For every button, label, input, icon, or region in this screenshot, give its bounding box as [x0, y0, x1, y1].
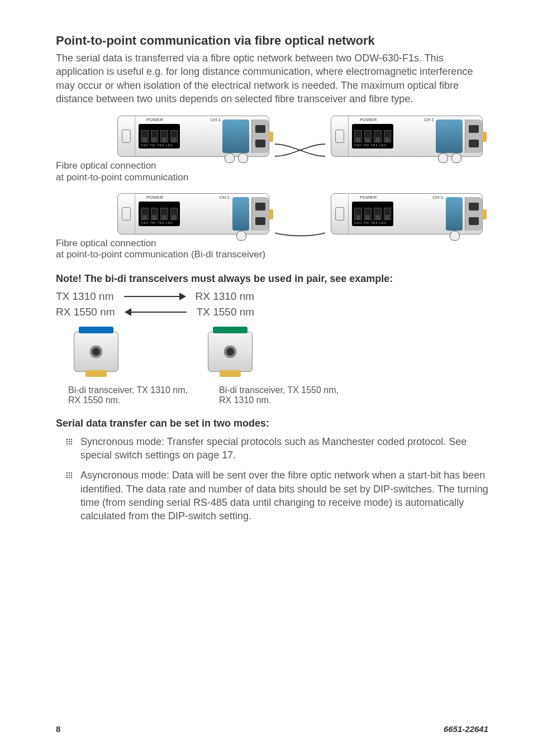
ch1-label: CH 1: [211, 117, 221, 122]
document-id: 6651-22641: [444, 724, 488, 734]
transceiver-images: [68, 332, 488, 372]
modes-heading: Serial data transfer can be set in two m…: [56, 418, 488, 429]
fibre-port-icon: [90, 346, 102, 358]
sfp-module-bidi: [232, 197, 249, 231]
intro-paragraph: The serial data is transferred via a fib…: [56, 51, 488, 106]
page-footer: 8 6651-22641: [56, 724, 488, 734]
lcd-display: POWER OSO TDI TD2 LDO: [352, 124, 393, 149]
pair-row-1: TX 1310 nm RX 1310 nm: [56, 290, 488, 303]
serial-connector: [251, 197, 269, 231]
rx-1310-label: RX 1310 nm: [196, 290, 255, 303]
fibre-single-link: [275, 217, 325, 239]
transceiver1-caption: Bi-di transceiver, TX 1310 nm, RX 1550 n…: [68, 385, 202, 405]
transceiver-1550: [202, 332, 258, 372]
device-left: POWER OSO TDI TD2 LDO CH 1: [117, 193, 269, 235]
fibre-crossover-link: [275, 139, 325, 161]
diagram1-caption: Fibre optical connection at point-to-poi…: [56, 160, 488, 183]
serial-connector: [465, 197, 482, 231]
power-label: POWER: [360, 195, 377, 200]
lcd-display: POWER OSO TDI TD2 LDO: [139, 202, 180, 226]
ch1-label: CH 1: [220, 195, 230, 200]
pair-row-2: RX 1550 nm TX 1550 nm: [56, 306, 488, 318]
arrow-right-icon: [124, 296, 185, 297]
fibre-port-icon: [224, 346, 236, 358]
device-right: POWER OSO TDI TD2 LDO CH 1: [331, 116, 483, 157]
transceiver2-caption: Bi-di transceiver, TX 1550 nm, RX 1310 n…: [219, 385, 353, 405]
rx-1550-label: RX 1550 nm: [56, 306, 115, 318]
serial-connector: [251, 119, 269, 153]
serial-connector: [465, 119, 482, 153]
lock-icon: [335, 207, 344, 221]
mode-sync: Syncronous mode: Transfer special protoc…: [66, 435, 488, 462]
transceiver-1310: [68, 332, 124, 372]
section-title: Point-to-point communication via fibre o…: [56, 34, 488, 48]
lock-icon: [122, 207, 131, 221]
power-label: POWER: [360, 117, 377, 122]
lcd-display: POWER OSO TDI TD2 LDO: [352, 202, 393, 226]
lock-icon: [122, 130, 131, 143]
tx-1550-label: TX 1550 nm: [197, 306, 255, 318]
note-heading: Note! The bi-di transceivers must always…: [56, 273, 488, 285]
transceiver-cap-green: [213, 327, 248, 333]
power-label: POWER: [146, 195, 163, 200]
sfp-module-bidi: [446, 197, 463, 231]
ch1-label: CH 1: [424, 117, 434, 122]
diagram-ptp-bidi: POWER OSO TDI TD2 LDO CH 1 POWER OSO TDI…: [56, 193, 488, 235]
lock-icon: [335, 130, 344, 143]
arrow-left-icon: [125, 312, 187, 313]
transceiver-cap-blue: [79, 327, 113, 333]
device-right: POWER OSO TDI TD2 LDO CH 1: [331, 193, 483, 235]
device-left: POWER OSO TDI TD2 LDO CH 1: [117, 116, 269, 157]
sfp-module: [222, 119, 249, 153]
power-label: POWER: [146, 117, 163, 122]
ch1-label: CH 1: [433, 195, 443, 200]
lcd-display: POWER OSO TDI TD2 LDO: [139, 124, 180, 149]
diagram-ptp-dual-fibre: POWER OSO TDI TD2 LDO CH 1 POWER OS: [56, 116, 488, 157]
diagram2-caption: Fibre optical connection at point-to-poi…: [56, 238, 488, 261]
mode-async: Asyncronous mode: Data will be sent over…: [66, 468, 488, 523]
sfp-module: [436, 119, 463, 153]
modes-list: Syncronous mode: Transfer special protoc…: [66, 435, 488, 523]
tx-1310-label: TX 1310 nm: [56, 290, 114, 303]
page-number: 8: [56, 724, 60, 734]
